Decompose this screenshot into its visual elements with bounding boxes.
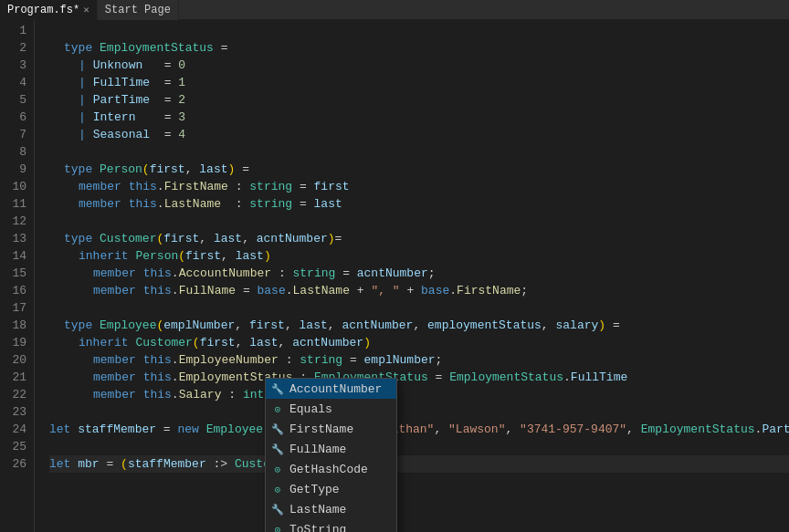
tab-program[interactable]: Program.fs* ✕	[0, 0, 98, 20]
tab-start-label: Start Page	[105, 4, 171, 16]
ac-item-accountnumber[interactable]: 🔧 AccountNumber	[266, 379, 396, 399]
code-line-23	[49, 403, 789, 421]
code-line-11: member this.LastName : string = last	[49, 195, 789, 213]
code-line-2: type EmploymentStatus =	[49, 39, 789, 57]
ac-icon-accountnumber: 🔧	[271, 382, 284, 395]
code-line-14: inherit Person(first, last)	[49, 247, 789, 265]
code-area[interactable]: type EmploymentStatus = | Unknown = 0 | …	[35, 20, 789, 532]
code-line-24: let staffMember = new Employee("9792-408…	[49, 421, 789, 438]
editor: 1 2 3 4 5 6 7 8 9 10 11 12 13 14 15 16 1…	[0, 20, 789, 532]
code-line-16: member this.FullName = base.LastName + "…	[49, 282, 789, 299]
code-line-1	[49, 22, 789, 39]
ac-item-firstname[interactable]: 🔧 FirstName	[266, 419, 396, 439]
code-line-13: type Customer(first, last, acntNumber)=	[49, 230, 789, 247]
ac-icon-lastname: 🔧	[271, 503, 284, 516]
code-line-21: member this.EmploymentStatus : Employmen…	[49, 369, 789, 386]
code-line-15: member this.AccountNumber : string = acn…	[49, 265, 789, 282]
code-line-12	[49, 213, 789, 230]
ac-label-accountnumber: AccountNumber	[289, 382, 382, 396]
tab-start-page[interactable]: Start Page	[98, 0, 179, 20]
code-line-7: | Seasonal = 4	[49, 126, 789, 143]
ac-label-gettype: GetType	[289, 483, 340, 496]
code-line-22: member this.Salary : int = salary	[49, 386, 789, 403]
ac-icon-fullname: 🔧	[271, 443, 284, 455]
code-line-9: type Person(first, last) =	[49, 161, 789, 178]
code-line-5: | PartTime = 2	[49, 91, 789, 109]
line-numbers: 1 2 3 4 5 6 7 8 9 10 11 12 13 14 15 16 1…	[0, 20, 35, 532]
ac-label-gethashcode: GetHashCode	[289, 463, 368, 476]
ac-item-equals[interactable]: ⊙ Equals	[266, 399, 396, 419]
code-line-4: | FullTime = 1	[49, 74, 789, 91]
ac-icon-gethashcode: ⊙	[271, 463, 284, 475]
ac-icon-gettype: ⊙	[271, 483, 284, 495]
code-line-10: member this.FirstName : string = first	[49, 178, 789, 195]
ac-label-fullname: FullName	[289, 443, 346, 456]
code-line-17	[49, 299, 789, 317]
code-line-6: | Intern = 3	[49, 109, 789, 126]
code-line-26: let mbr = (staffMember :> Customer).	[49, 455, 789, 473]
code-line-3: | Unknown = 0	[49, 57, 789, 74]
ac-label-tostring: ToString	[289, 523, 346, 533]
tab-bar: Program.fs* ✕ Start Page	[0, 0, 789, 20]
ac-label-lastname: LastName	[289, 503, 346, 516]
code-line-18: type Employee(emplNumber, first, last, a…	[49, 317, 789, 334]
ac-item-gettype[interactable]: ⊙ GetType	[266, 479, 396, 499]
ac-item-lastname[interactable]: 🔧 LastName	[266, 499, 396, 519]
ac-icon-equals: ⊙	[271, 402, 284, 415]
autocomplete-dropdown: 🔧 AccountNumber ⊙ Equals 🔧 FirstName 🔧 F…	[265, 378, 397, 532]
ac-label-equals: Equals	[289, 402, 332, 416]
code-line-8	[49, 143, 789, 161]
ac-label-firstname: FirstName	[289, 422, 353, 436]
tab-program-label: Program.fs*	[7, 4, 79, 16]
code-line-19: inherit Customer(first, last, acntNumber…	[49, 334, 789, 351]
ac-icon-tostring: ⊙	[271, 523, 284, 532]
ac-item-fullname[interactable]: 🔧 FullName	[266, 439, 396, 459]
code-line-25	[49, 438, 789, 455]
tab-close-icon[interactable]: ✕	[83, 4, 89, 16]
ac-item-tostring[interactable]: ⊙ ToString	[266, 519, 396, 532]
ac-icon-firstname: 🔧	[271, 422, 284, 435]
code-line-20: member this.EmployeeNumber : string = em…	[49, 351, 789, 369]
ac-item-gethashcode[interactable]: ⊙ GetHashCode	[266, 459, 396, 479]
